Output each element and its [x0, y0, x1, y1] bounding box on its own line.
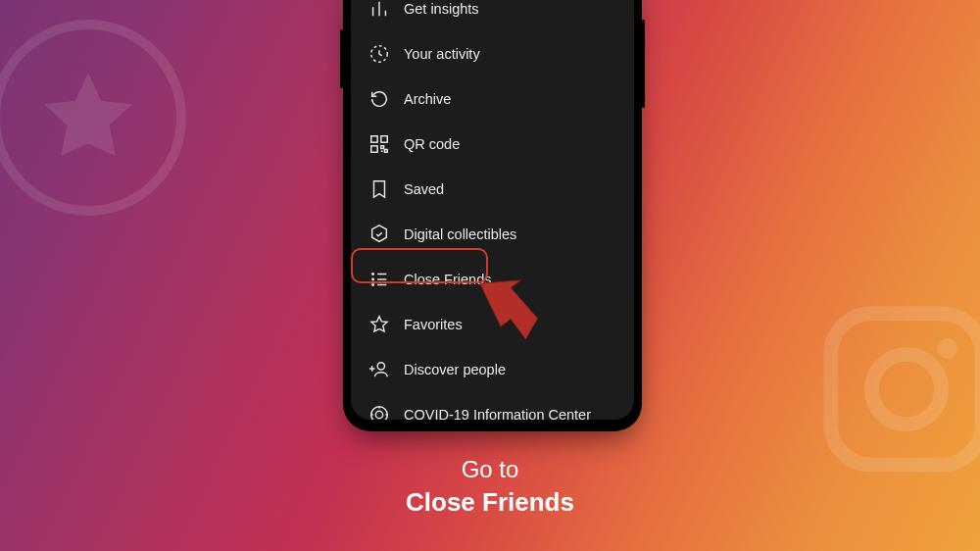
covid-info-icon — [368, 404, 390, 420]
menu-item-digital-collectibles[interactable]: Digital collectibles — [351, 212, 634, 257]
phone-screen: Get insights Your activity Archive — [351, 0, 634, 420]
instruction-caption: Go to Close Friends — [0, 454, 980, 520]
decorative-star-circle — [0, 20, 186, 216]
menu-label: Discover people — [404, 362, 506, 377]
menu-item-covid-info[interactable]: COVID-19 Information Center — [351, 392, 634, 420]
svg-rect-4 — [371, 136, 377, 142]
menu-label: QR code — [404, 136, 460, 152]
profile-menu: Get insights Your activity Archive — [351, 0, 634, 420]
menu-label: Archive — [404, 91, 451, 107]
svg-point-10 — [377, 363, 384, 370]
svg-point-2 — [937, 338, 957, 359]
menu-item-close-friends[interactable]: Close Friends — [351, 257, 634, 302]
star-icon — [34, 64, 142, 172]
svg-point-1 — [871, 354, 941, 424]
menu-label: Get insights — [404, 1, 479, 17]
svg-rect-5 — [381, 136, 387, 142]
menu-label: Saved — [404, 181, 444, 197]
menu-item-your-activity[interactable]: Your activity — [351, 31, 634, 76]
menu-label: Your activity — [404, 46, 480, 62]
menu-label: Favorites — [404, 317, 463, 332]
svg-point-12 — [375, 411, 382, 418]
menu-label: COVID-19 Information Center — [404, 407, 591, 420]
favorites-icon — [368, 314, 390, 335]
svg-point-9 — [371, 283, 374, 286]
close-friends-icon — [368, 269, 390, 290]
svg-rect-6 — [371, 146, 377, 152]
menu-item-discover-people[interactable]: Discover people — [351, 347, 634, 392]
menu-item-saved[interactable]: Saved — [351, 167, 634, 212]
caption-line-2: Close Friends — [0, 485, 980, 520]
menu-label: Close Friends — [404, 272, 491, 287]
menu-label: Digital collectibles — [404, 226, 516, 242]
caption-line-1: Go to — [462, 456, 519, 482]
insights-icon — [368, 0, 390, 20]
saved-icon — [368, 178, 390, 200]
activity-icon — [368, 43, 390, 65]
menu-item-archive[interactable]: Archive — [351, 76, 634, 122]
svg-rect-0 — [831, 314, 980, 465]
qr-code-icon — [368, 133, 390, 155]
menu-item-favorites[interactable]: Favorites — [351, 302, 634, 347]
svg-point-7 — [371, 273, 374, 276]
discover-people-icon — [368, 359, 390, 380]
phone-frame: Get insights Your activity Archive — [343, 0, 642, 431]
menu-item-qr-code[interactable]: QR code — [351, 122, 634, 167]
digital-collectibles-icon — [368, 224, 390, 245]
archive-icon — [368, 88, 390, 110]
svg-point-8 — [371, 278, 374, 281]
menu-item-get-insights[interactable]: Get insights — [351, 0, 634, 31]
